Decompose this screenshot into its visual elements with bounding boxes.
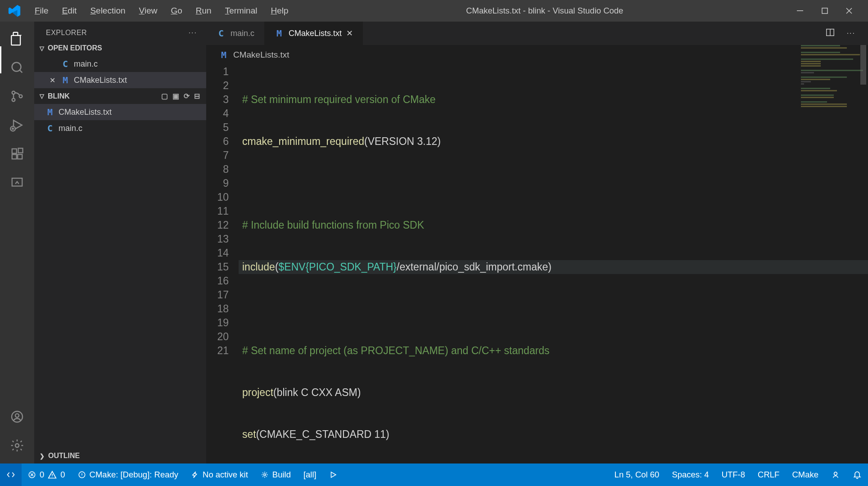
menu-terminal[interactable]: Terminal	[219, 4, 263, 18]
svg-point-4	[12, 91, 15, 94]
menu-go[interactable]: Go	[165, 4, 188, 18]
tab-label: main.c	[231, 29, 254, 38]
extensions-icon[interactable]	[8, 145, 26, 163]
svg-point-20	[834, 472, 837, 475]
svg-rect-8	[12, 149, 17, 153]
editor-actions: ···	[825, 22, 868, 45]
chevron-down-icon: ▽	[40, 93, 44, 99]
active-indicator	[0, 46, 1, 73]
c-file-icon: C	[60, 58, 70, 69]
accounts-icon[interactable]	[8, 408, 26, 426]
cmake-file-icon: M	[219, 50, 229, 60]
project-actions: ▢ ▣ ⟳ ⊟	[161, 92, 200, 100]
status-bell-icon[interactable]	[846, 464, 868, 486]
file-main-c[interactable]: C main.c	[34, 120, 206, 136]
minimap-viewport[interactable]	[860, 45, 866, 85]
cmake-file-icon: M	[60, 75, 70, 86]
run-debug-icon[interactable]	[8, 116, 26, 134]
tab-main-c[interactable]: C main.c	[206, 22, 264, 45]
file-cmakelists[interactable]: M CMakeLists.txt	[34, 104, 206, 120]
menu-run[interactable]: Run	[190, 4, 217, 18]
svg-rect-2	[11, 36, 20, 45]
window-controls	[795, 5, 868, 16]
outline-header[interactable]: ❯ OUTLINE	[34, 448, 206, 464]
svg-rect-10	[18, 154, 22, 159]
status-cursor[interactable]: Ln 5, Col 60	[608, 464, 666, 486]
svg-point-15	[15, 444, 19, 447]
more-actions-icon[interactable]: ···	[847, 29, 855, 37]
tab-cmakelists[interactable]: M CMakeLists.txt ✕	[264, 22, 363, 45]
svg-rect-11	[18, 148, 23, 153]
open-editors-header[interactable]: ▽ OPEN EDITORS	[34, 40, 206, 56]
svg-point-3	[12, 63, 21, 72]
menu-view[interactable]: View	[133, 4, 163, 18]
remote-indicator[interactable]	[0, 464, 22, 486]
status-cmake[interactable]: CMake: [Debug]: Ready	[72, 464, 185, 486]
project-header[interactable]: ▽ BLINK ▢ ▣ ⟳ ⊟	[34, 88, 206, 104]
settings-gear-icon[interactable]	[8, 436, 26, 454]
sidebar-title: EXPLORER	[46, 29, 87, 37]
menu-file[interactable]: FFileile	[29, 4, 54, 18]
status-problems[interactable]: 0 0	[22, 464, 72, 486]
activity-bar	[0, 22, 34, 464]
sidebar-header: EXPLORER ···	[34, 22, 206, 40]
chevron-down-icon: ▽	[40, 45, 44, 52]
chevron-right-icon: ❯	[40, 453, 45, 459]
status-bar: 0 0 CMake: [Debug]: Ready No active kit …	[0, 464, 868, 486]
split-editor-icon[interactable]	[825, 27, 835, 39]
status-eol[interactable]: CRLF	[751, 464, 786, 486]
breadcrumb[interactable]: M CMakeLists.txt	[206, 45, 868, 65]
status-encoding[interactable]: UTF-8	[715, 464, 751, 486]
status-debug-run[interactable]	[323, 464, 344, 486]
sidebar-more-icon[interactable]: ···	[189, 29, 197, 37]
file-label: CMakeLists.txt	[74, 76, 127, 85]
live-preview-icon[interactable]	[8, 174, 26, 192]
explorer-icon[interactable]	[8, 30, 26, 48]
svg-point-19	[264, 474, 266, 476]
line-gutter: 123456789101112131415161718192021	[206, 65, 239, 464]
file-label: main.c	[59, 124, 82, 133]
svg-rect-9	[12, 154, 17, 159]
menu-selection[interactable]: Selection	[84, 4, 131, 18]
close-icon[interactable]: ✕	[50, 76, 57, 85]
menu-edit[interactable]: Edit	[56, 4, 83, 18]
code-editor[interactable]: 123456789101112131415161718192021 # Set …	[206, 65, 868, 464]
new-folder-icon[interactable]: ▣	[172, 92, 179, 100]
sidebar: EXPLORER ··· ▽ OPEN EDITORS C main.c ✕ M…	[34, 22, 206, 464]
svg-point-6	[19, 95, 23, 98]
menu-bar: FFileile Edit Selection View Go Run Term…	[29, 4, 294, 18]
open-editor-cmakelists[interactable]: ✕ M CMakeLists.txt	[34, 72, 206, 88]
status-language[interactable]: CMake	[786, 464, 825, 486]
breadcrumb-label: CMakeLists.txt	[233, 50, 289, 60]
file-label: CMakeLists.txt	[59, 108, 112, 117]
status-feedback-icon[interactable]	[825, 464, 846, 486]
maximize-icon[interactable]	[819, 5, 830, 16]
tab-label: CMakeLists.txt	[289, 29, 342, 38]
open-editor-main-c[interactable]: C main.c	[34, 56, 206, 72]
new-file-icon[interactable]: ▢	[161, 92, 168, 100]
c-file-icon: C	[216, 28, 226, 39]
search-icon[interactable]	[8, 58, 26, 76]
editor-area: C main.c M CMakeLists.txt ✕ ··· M CMakeL…	[206, 22, 868, 464]
menu-help[interactable]: Help	[265, 4, 294, 18]
status-spaces[interactable]: Spaces: 4	[665, 464, 715, 486]
close-icon[interactable]	[844, 5, 854, 16]
status-build[interactable]: Build	[254, 464, 297, 486]
window-title: CMakeLists.txt - blink - Visual Studio C…	[294, 6, 795, 16]
close-icon[interactable]: ✕	[346, 28, 353, 38]
tab-bar: C main.c M CMakeLists.txt ✕ ···	[206, 22, 868, 45]
refresh-icon[interactable]: ⟳	[184, 92, 190, 100]
svg-rect-1	[822, 8, 827, 14]
collapse-icon[interactable]: ⊟	[194, 92, 200, 100]
svg-rect-0	[797, 10, 803, 11]
source-control-icon[interactable]	[8, 87, 26, 105]
cmake-file-icon: M	[45, 107, 55, 117]
file-label: main.c	[74, 59, 98, 69]
minimize-icon[interactable]	[795, 5, 806, 16]
c-file-icon: C	[45, 123, 55, 134]
status-variant[interactable]: [all]	[297, 464, 323, 486]
status-kit[interactable]: No active kit	[185, 464, 254, 486]
vscode-logo-icon	[6, 3, 23, 19]
svg-point-14	[15, 414, 19, 417]
minimap[interactable]	[801, 45, 866, 140]
